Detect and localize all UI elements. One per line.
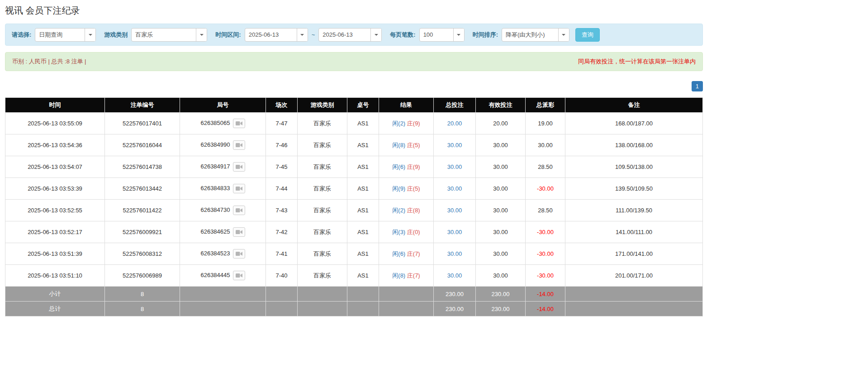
game-type-label: 游戏类别	[104, 31, 128, 39]
date-to-input[interactable]: 2025-06-13	[318, 28, 382, 42]
page-size-caret-button[interactable]	[453, 29, 464, 41]
remark-cell: 138.00/168.00	[565, 134, 703, 156]
game-type-cell: 百家乐	[298, 200, 347, 221]
column-header-1: 注单编号	[105, 98, 180, 113]
result-banker: 庄(5)	[407, 142, 420, 149]
table-row: 2025-06-13 03:54:07522576014738626384917…	[5, 156, 703, 178]
result-cell: 闲(8) 庄(7)	[379, 265, 434, 287]
summary-empty-cell	[266, 302, 298, 316]
query-type-select[interactable]: 日期查询	[35, 28, 96, 42]
table-no-cell: AS1	[347, 221, 379, 243]
session-cell: 7-45	[266, 156, 298, 178]
table-body: 2025-06-13 03:55:09522576017401626385065…	[5, 113, 703, 287]
session-cell: 7-42	[266, 221, 298, 243]
sort-select[interactable]: 降幂(由大到小)	[502, 28, 569, 42]
summary-label-cell: 总计	[5, 302, 105, 316]
summary-empty-cell	[298, 287, 347, 302]
result-cell: 闲(2) 庄(8)	[379, 200, 434, 221]
valid-bet-cell: 20.00	[476, 113, 526, 134]
table-no-cell: AS1	[347, 113, 379, 134]
summary-empty-cell	[347, 302, 379, 316]
summary-empty-cell	[298, 302, 347, 316]
video-replay-button[interactable]	[233, 162, 245, 172]
video-camera-icon	[236, 273, 242, 278]
summary-empty-cell	[180, 302, 266, 316]
column-header-5: 桌号	[347, 98, 379, 113]
total-bet-cell[interactable]: 30.00	[434, 156, 476, 178]
page-container: 视讯 会员下注纪录 请选择: 日期查询 游戏类别 百家乐 时间区间: 2025-…	[5, 5, 703, 316]
summary-bar: 币别 : 人民币 | 总共 :8 注单 | 同局有效投注，统一计算在该局第一张注…	[5, 52, 703, 71]
video-replay-button[interactable]	[233, 140, 245, 150]
round-id: 626385065	[200, 120, 230, 126]
table-foot: 小计8230.00230.00-14.00总计8230.00230.00-14.…	[5, 287, 703, 316]
round-id: 626384917	[200, 163, 230, 170]
total-bet-cell[interactable]: 30.00	[434, 134, 476, 156]
summary-count-cell: 8	[105, 302, 180, 316]
video-camera-icon	[236, 230, 242, 235]
video-replay-button[interactable]	[233, 227, 245, 237]
query-type-caret-button[interactable]	[85, 29, 95, 41]
page-size-select[interactable]: 100	[419, 28, 465, 42]
total-bet-cell[interactable]: 30.00	[434, 265, 476, 287]
query-type-label: 请选择:	[12, 31, 31, 39]
table-no-cell: AS1	[347, 265, 379, 287]
time-cell: 2025-06-13 03:55:09	[5, 113, 105, 134]
total-bet-cell[interactable]: 20.00	[434, 113, 476, 134]
video-replay-button[interactable]	[233, 184, 245, 193]
summary-total-bet-cell: 230.00	[434, 287, 476, 302]
video-replay-button[interactable]	[233, 249, 245, 259]
column-header-7: 总投注	[434, 98, 476, 113]
round-id: 626384990	[200, 141, 230, 148]
chevron-down-icon	[375, 34, 378, 36]
result-cell: 闲(2) 庄(9)	[379, 113, 434, 134]
game-type-cell: 百家乐	[298, 178, 347, 200]
column-header-9: 总派彩	[526, 98, 565, 113]
bet-id-cell: 522576011422	[105, 200, 180, 221]
round-id: 626384833	[200, 185, 230, 192]
total-bet-cell[interactable]: 30.00	[434, 200, 476, 221]
bet-id-cell: 522576013442	[105, 178, 180, 200]
video-replay-button[interactable]	[233, 206, 245, 215]
remark-cell: 201.00/171.00	[565, 265, 703, 287]
result-player: 闲(6)	[392, 250, 405, 257]
date-to-caret-button[interactable]	[370, 29, 381, 41]
chevron-down-icon	[562, 34, 565, 36]
sort-caret-button[interactable]	[558, 29, 569, 41]
remark-cell: 141.00/111.00	[565, 221, 703, 243]
result-player: 闲(3)	[392, 229, 405, 235]
round-id: 626384523	[200, 250, 230, 257]
round-cell: 626384990	[180, 134, 266, 156]
payout-cell: 30.00	[526, 134, 565, 156]
page-title: 视讯 会员下注纪录	[5, 5, 703, 17]
date-from-input[interactable]: 2025-06-13	[245, 28, 308, 42]
summary-left-text: 币别 : 人民币 | 总共 :8 注单 |	[12, 58, 86, 66]
session-cell: 7-43	[266, 200, 298, 221]
pagination-page-1-button[interactable]: 1	[692, 81, 703, 91]
column-header-6: 结果	[379, 98, 434, 113]
bet-records-table: 时间注单编号局号场次游戏类别桌号结果总投注有效投注总派彩备注 2025-06-1…	[5, 97, 703, 316]
summary-label-cell: 小计	[5, 287, 105, 302]
game-type-select[interactable]: 百家乐	[131, 28, 207, 42]
session-cell: 7-41	[266, 243, 298, 265]
round-cell: 626384625	[180, 221, 266, 243]
table-no-cell: AS1	[347, 243, 379, 265]
valid-bet-cell: 30.00	[476, 134, 526, 156]
game-type-caret-button[interactable]	[196, 29, 207, 41]
video-replay-button[interactable]	[233, 119, 245, 128]
valid-bet-cell: 30.00	[476, 178, 526, 200]
total-bet-cell[interactable]: 30.00	[434, 221, 476, 243]
result-cell: 闲(8) 庄(5)	[379, 134, 434, 156]
total-bet-cell[interactable]: 30.00	[434, 178, 476, 200]
table-no-cell: AS1	[347, 200, 379, 221]
session-cell: 7-40	[266, 265, 298, 287]
result-player: 闲(6)	[392, 163, 405, 170]
video-replay-button[interactable]	[233, 271, 245, 280]
result-cell: 闲(3) 庄(0)	[379, 221, 434, 243]
date-from-caret-button[interactable]	[297, 29, 308, 41]
summary-valid-bet-cell: 230.00	[476, 302, 526, 316]
payout-cell: -30.00	[526, 265, 565, 287]
search-button[interactable]: 查询	[575, 28, 600, 42]
total-bet-cell[interactable]: 30.00	[434, 243, 476, 265]
result-banker: 庄(0)	[407, 229, 420, 235]
summary-empty-cell	[180, 287, 266, 302]
